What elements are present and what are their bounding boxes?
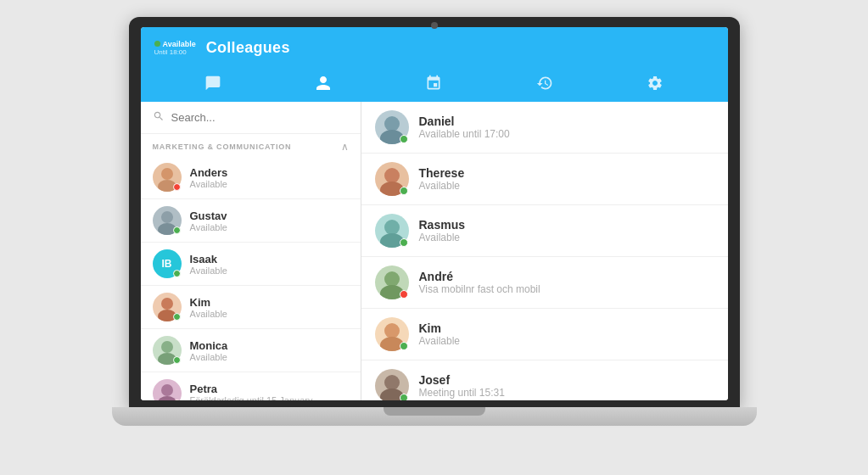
contact-info: Therese Available bbox=[419, 166, 465, 192]
header-status: Available Until 18:00 bbox=[154, 40, 196, 56]
contact-info: Kim Available bbox=[190, 296, 227, 319]
laptop-base bbox=[112, 407, 757, 426]
list-item[interactable]: Therese Available bbox=[361, 154, 728, 205]
svg-point-12 bbox=[384, 168, 400, 183]
header-until: Until 18:00 bbox=[154, 48, 196, 56]
app-container: Available Until 18:00 Colleagues bbox=[141, 27, 728, 400]
tab-org[interactable] bbox=[418, 71, 449, 95]
tab-contacts[interactable] bbox=[308, 71, 339, 95]
list-item[interactable]: Rasmus Available bbox=[361, 205, 728, 257]
contact-info: Monica Available bbox=[190, 339, 228, 362]
svg-point-4 bbox=[161, 298, 173, 310]
available-dot bbox=[154, 41, 160, 47]
avatar bbox=[153, 379, 182, 400]
left-contact-list: Anders Available bbox=[141, 156, 361, 400]
status-dot bbox=[173, 226, 181, 234]
search-icon bbox=[153, 110, 165, 125]
avatar bbox=[375, 110, 409, 144]
contact-info: Josef Meeting until 15:31 bbox=[419, 373, 505, 399]
avatar bbox=[153, 336, 182, 365]
search-input[interactable] bbox=[171, 111, 349, 124]
avatar bbox=[375, 214, 409, 248]
avatar: IB bbox=[153, 249, 182, 278]
status-dot bbox=[400, 187, 408, 195]
search-bar bbox=[141, 102, 361, 134]
list-item[interactable]: IB Isaak Available bbox=[141, 243, 361, 286]
svg-point-20 bbox=[384, 375, 400, 390]
laptop-screen: Available Until 18:00 Colleagues bbox=[129, 17, 740, 407]
svg-point-0 bbox=[161, 168, 173, 180]
status-dot bbox=[173, 356, 181, 364]
status-dot bbox=[173, 313, 181, 321]
list-item[interactable]: Daniel Available until 17:00 bbox=[361, 102, 728, 154]
collapse-icon[interactable]: ∧ bbox=[341, 141, 349, 153]
status-dot bbox=[400, 238, 408, 247]
list-item[interactable]: Petra Föräldarledig until 15 January bbox=[141, 372, 361, 400]
svg-point-9 bbox=[158, 396, 176, 400]
contact-info: Kim Available bbox=[419, 321, 460, 347]
list-item[interactable]: Anders Available bbox=[141, 156, 361, 199]
status-dot bbox=[173, 400, 181, 400]
contact-info: Daniel Available until 17:00 bbox=[419, 115, 510, 140]
tab-chat[interactable] bbox=[198, 71, 228, 95]
contact-info: Gustav Available bbox=[190, 210, 227, 232]
tab-settings[interactable] bbox=[640, 71, 670, 95]
avatar bbox=[375, 317, 409, 351]
list-item[interactable]: André Visa mobilnr fast och mobil bbox=[361, 257, 728, 309]
svg-point-10 bbox=[384, 116, 400, 131]
app-screen: Available Until 18:00 Colleagues bbox=[141, 27, 728, 400]
avatar bbox=[153, 206, 182, 235]
svg-point-8 bbox=[161, 384, 173, 396]
status-dot bbox=[400, 394, 408, 400]
avatar bbox=[375, 265, 409, 299]
status-dot bbox=[400, 135, 408, 143]
contact-info: Petra Föräldarledig until 15 January bbox=[190, 383, 313, 401]
svg-point-18 bbox=[384, 323, 400, 338]
svg-point-2 bbox=[161, 211, 173, 223]
contact-info: Isaak Available bbox=[190, 253, 227, 276]
contact-info: Anders Available bbox=[190, 166, 228, 189]
right-panel: Daniel Available until 17:00 bbox=[361, 102, 728, 400]
list-item[interactable]: Gustav Available bbox=[141, 199, 361, 243]
svg-point-6 bbox=[161, 341, 173, 353]
section-title: MARKETING & COMMUNICATION bbox=[153, 142, 292, 151]
contact-info: Rasmus Available bbox=[419, 218, 465, 243]
status-dot bbox=[400, 290, 408, 299]
left-panel: MARKETING & COMMUNICATION ∧ bbox=[141, 102, 361, 400]
status-dot bbox=[173, 183, 181, 191]
list-item[interactable]: Kim Available bbox=[141, 286, 361, 329]
svg-point-16 bbox=[384, 271, 400, 287]
page-title: Colleagues bbox=[206, 39, 290, 57]
avatar bbox=[153, 293, 182, 321]
avatar bbox=[153, 163, 182, 192]
status-dot bbox=[400, 342, 408, 350]
avatar bbox=[375, 369, 409, 400]
header-available-label: Available bbox=[154, 40, 196, 48]
contact-info: André Visa mobilnr fast och mobil bbox=[419, 270, 540, 295]
list-item[interactable]: Kim Available bbox=[361, 309, 728, 360]
svg-point-14 bbox=[384, 220, 400, 235]
tab-history[interactable] bbox=[529, 71, 560, 95]
nav-tabs bbox=[141, 68, 728, 102]
list-item[interactable]: Monica Available bbox=[141, 329, 361, 372]
main-content: MARKETING & COMMUNICATION ∧ bbox=[141, 102, 728, 400]
section-header: MARKETING & COMMUNICATION ∧ bbox=[141, 134, 361, 156]
avatar bbox=[375, 162, 409, 196]
list-item[interactable]: Josef Meeting until 15:31 bbox=[361, 360, 728, 400]
app-header: Available Until 18:00 Colleagues bbox=[141, 27, 728, 68]
status-dot bbox=[173, 270, 181, 277]
laptop-wrapper: Available Until 18:00 Colleagues bbox=[104, 17, 765, 458]
